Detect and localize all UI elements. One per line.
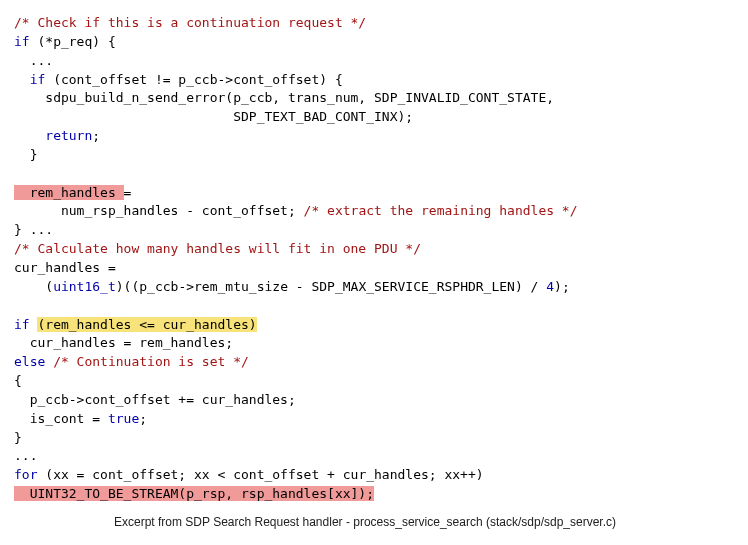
code-text: sdpu_build_n_send_error(p_ccb, trans_num… — [14, 90, 554, 105]
keyword-return: return — [14, 128, 92, 143]
code-text: cur_handles = — [14, 260, 116, 275]
code-text: is_cont = — [14, 411, 108, 426]
code-text: ); — [554, 279, 570, 294]
type-uint16: uint16_t — [53, 279, 116, 294]
code-text: ... — [14, 448, 37, 463]
keyword-else: else — [14, 354, 45, 369]
highlight-red: UINT32_TO_BE_STREAM(p_rsp, rsp_handles[x… — [14, 486, 374, 501]
comment: /* extract the remaining handles */ — [304, 203, 578, 218]
comment: /* Calculate how many handles will fit i… — [14, 241, 421, 256]
highlight-red: rem_handles — [14, 185, 124, 200]
code-text: p_ccb->cont_offset += cur_handles; — [14, 392, 296, 407]
figure-caption: Excerpt from SDP Search Request handler … — [14, 514, 748, 531]
code-text: { — [14, 373, 22, 388]
code-text: ... — [14, 53, 53, 68]
code-text: (cont_offset != p_ccb->cont_offset) { — [45, 72, 342, 87]
comment: /* Continuation is set */ — [53, 354, 249, 369]
highlight-yellow: (rem_handles <= cur_handles) — [37, 317, 256, 332]
code-text: ; — [92, 128, 100, 143]
keyword-true: true — [108, 411, 139, 426]
keyword-for: for — [14, 467, 37, 482]
code-block: /* Check if this is a continuation reque… — [14, 14, 748, 504]
code-text: (xx = cont_offset; xx < cont_offset + cu… — [37, 467, 483, 482]
code-text: SDP_TEXT_BAD_CONT_INX); — [14, 109, 413, 124]
code-text: } — [14, 430, 22, 445]
code-text: ; — [139, 411, 147, 426]
code-text: = — [124, 185, 132, 200]
code-text: } ... — [14, 222, 53, 237]
keyword-if: if — [14, 34, 30, 49]
code-text: ( — [14, 279, 53, 294]
code-text: cur_handles = rem_handles; — [14, 335, 233, 350]
code-text: )((p_ccb->rem_mtu_size - SDP_MAX_SERVICE… — [116, 279, 546, 294]
code-text: } — [14, 147, 37, 162]
code-figure: /* Check if this is a continuation reque… — [0, 0, 748, 541]
code-text — [45, 354, 53, 369]
code-text: (*p_req) { — [30, 34, 116, 49]
code-text: num_rsp_handles - cont_offset; — [14, 203, 304, 218]
keyword-if: if — [14, 72, 45, 87]
comment: /* Check if this is a continuation reque… — [14, 15, 366, 30]
literal-4: 4 — [546, 279, 554, 294]
keyword-if: if — [14, 317, 30, 332]
